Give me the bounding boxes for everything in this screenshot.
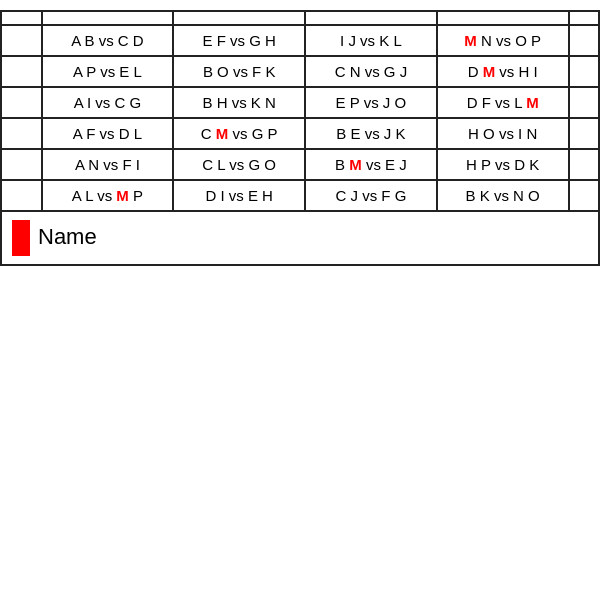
table-row: A N vs F IC L vs G OB M vs E JH P vs D K bbox=[1, 149, 599, 180]
round-cell bbox=[1, 56, 42, 87]
header-table4 bbox=[437, 11, 569, 25]
table3-cell: C J vs F G bbox=[305, 180, 437, 211]
table4-cell: H P vs D K bbox=[437, 149, 569, 180]
table-row: A P vs E LB O vs F KC N vs G JD M vs H I bbox=[1, 56, 599, 87]
table-row: A I vs C GB H vs K NE P vs J OD F vs L M bbox=[1, 87, 599, 118]
side-cell bbox=[569, 180, 599, 211]
table1-cell: A L vs M P bbox=[42, 180, 174, 211]
header-side bbox=[569, 11, 599, 25]
table2-cell: C M vs G P bbox=[173, 118, 305, 149]
name-cell: Name bbox=[1, 211, 599, 265]
name-bar bbox=[12, 220, 30, 256]
table4-cell: H O vs I N bbox=[437, 118, 569, 149]
table3-cell: I J vs K L bbox=[305, 25, 437, 56]
side-cell bbox=[569, 149, 599, 180]
table2-cell: D I vs E H bbox=[173, 180, 305, 211]
table2-cell: B O vs F K bbox=[173, 56, 305, 87]
table4-cell: B K vs N O bbox=[437, 180, 569, 211]
round-cell bbox=[1, 149, 42, 180]
table3-cell: C N vs G J bbox=[305, 56, 437, 87]
table1-cell: A P vs E L bbox=[42, 56, 174, 87]
table4-cell: D F vs L M bbox=[437, 87, 569, 118]
table1-cell: A N vs F I bbox=[42, 149, 174, 180]
header-row bbox=[1, 11, 599, 25]
side-cell bbox=[569, 25, 599, 56]
name-label: Name bbox=[38, 224, 97, 249]
round-cell bbox=[1, 87, 42, 118]
table3-cell: E P vs J O bbox=[305, 87, 437, 118]
name-row: Name bbox=[1, 211, 599, 265]
side-cell bbox=[569, 118, 599, 149]
round-cell bbox=[1, 180, 42, 211]
header-table1 bbox=[42, 11, 174, 25]
table3-cell: B E vs J K bbox=[305, 118, 437, 149]
schedule-table-wrapper: A B vs C DE F vs G HI J vs K LM N vs O P… bbox=[0, 10, 600, 600]
round-cell bbox=[1, 25, 42, 56]
table2-cell: B H vs K N bbox=[173, 87, 305, 118]
page: A B vs C DE F vs G HI J vs K LM N vs O P… bbox=[0, 0, 600, 600]
header-table2 bbox=[173, 11, 305, 25]
table-row: A F vs D LC M vs G PB E vs J KH O vs I N bbox=[1, 118, 599, 149]
header-table3 bbox=[305, 11, 437, 25]
table-row: A B vs C DE F vs G HI J vs K LM N vs O P bbox=[1, 25, 599, 56]
table4-cell: D M vs H I bbox=[437, 56, 569, 87]
side-cell bbox=[569, 56, 599, 87]
table2-cell: C L vs G O bbox=[173, 149, 305, 180]
schedule-table: A B vs C DE F vs G HI J vs K LM N vs O P… bbox=[0, 10, 600, 266]
table4-cell: M N vs O P bbox=[437, 25, 569, 56]
table1-cell: A B vs C D bbox=[42, 25, 174, 56]
table-row: A L vs M PD I vs E HC J vs F GB K vs N O bbox=[1, 180, 599, 211]
table1-cell: A F vs D L bbox=[42, 118, 174, 149]
side-cell bbox=[569, 87, 599, 118]
table2-cell: E F vs G H bbox=[173, 25, 305, 56]
round-cell bbox=[1, 118, 42, 149]
table1-cell: A I vs C G bbox=[42, 87, 174, 118]
table3-cell: B M vs E J bbox=[305, 149, 437, 180]
header-round bbox=[1, 11, 42, 25]
